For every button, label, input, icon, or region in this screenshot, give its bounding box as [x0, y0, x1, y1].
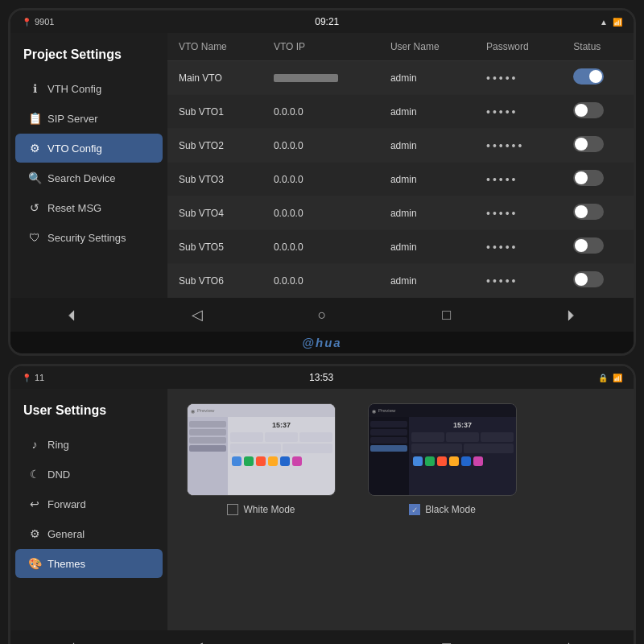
- forward-icon: ↩: [28, 497, 41, 510]
- status-toggle[interactable]: [573, 68, 604, 85]
- cell-status[interactable]: [562, 264, 634, 298]
- white-icon-4: [268, 456, 278, 466]
- nav-forward-1[interactable]: ⏵: [555, 303, 588, 327]
- cell-vto-name: Main VTO: [167, 61, 262, 95]
- black-preview-clock: 15:37: [411, 419, 514, 431]
- black-icon-1: [413, 456, 423, 466]
- sidebar-label-reset: Reset MSG: [47, 202, 101, 214]
- sidebar-item-ring[interactable]: ♪ Ring: [15, 430, 163, 459]
- nav-square-1[interactable]: □: [431, 303, 463, 327]
- col-password: Password: [475, 33, 562, 61]
- sidebar-item-security[interactable]: 🛡 Security Settings: [15, 223, 163, 252]
- signal-icon: 📶: [613, 18, 622, 27]
- nav-home-1[interactable]: ○: [306, 303, 338, 327]
- nav-triangle-2[interactable]: ◁: [181, 635, 213, 644]
- device-1: 📍 9901 09:21 ▲ 📶 Project Settings ℹ VTH …: [8, 8, 636, 356]
- cell-status[interactable]: [562, 196, 634, 230]
- black-cell-2: [446, 432, 479, 442]
- black-icon-6: [473, 456, 483, 466]
- status-toggle[interactable]: [573, 102, 604, 118]
- nav-square-2[interactable]: □: [431, 635, 463, 644]
- sidebar-title-1: Project Settings: [10, 41, 167, 73]
- general-icon: ⚙: [28, 527, 41, 540]
- cell-status[interactable]: [562, 61, 634, 95]
- sidebar-label-ring: Ring: [47, 439, 69, 451]
- sidebar-label-forward: Forward: [47, 498, 86, 510]
- black-preview-body: 15:37: [369, 417, 516, 495]
- cell-username: admin: [379, 61, 475, 95]
- table-row: Sub VTO60.0.0.0admin•••••: [167, 264, 634, 298]
- black-cell-5: [464, 444, 514, 453]
- cell-username: admin: [379, 230, 475, 264]
- logo-text-1: @hua: [302, 336, 341, 349]
- sidebar-item-dnd[interactable]: ☾ DND: [15, 460, 163, 489]
- status-toggle[interactable]: [573, 136, 604, 152]
- status-toggle[interactable]: [573, 204, 604, 220]
- sidebar-item-search-device[interactable]: 🔍 Search Device: [15, 163, 163, 192]
- device-2: 📍 11 13:53 🔒 📶 User Settings ♪ Ring ☾ DN…: [8, 364, 636, 644]
- status-toggle[interactable]: [573, 271, 604, 287]
- black-preview-header: ◉ Preview: [369, 404, 516, 417]
- screen-content-1: Project Settings ℹ VTH Config 📋 SIP Serv…: [10, 33, 634, 298]
- white-theme-label[interactable]: White Mode: [227, 504, 295, 515]
- nav-back-1[interactable]: ⏴: [56, 303, 89, 327]
- black-cell-1: [411, 432, 444, 442]
- status-bar-2: 📍 11 13:53 🔒 📶: [10, 366, 634, 389]
- white-icon-1: [232, 456, 242, 466]
- sidebar-item-vth-config[interactable]: ℹ VTH Config: [15, 74, 163, 103]
- black-mode-checkbox[interactable]: ✓: [409, 504, 420, 515]
- black-icon-5: [461, 456, 471, 466]
- black-theme-label[interactable]: ✓ Black Mode: [409, 504, 476, 515]
- sidebar-item-sip-server[interactable]: 📋 SIP Server: [15, 104, 163, 133]
- ip-blurred: [274, 74, 338, 82]
- sip-server-icon: 📋: [28, 112, 41, 125]
- white-sidebar-row-1: [189, 421, 226, 427]
- white-theme-card[interactable]: ◉ Preview 15:37: [187, 403, 336, 515]
- device-number: 9901: [35, 17, 54, 27]
- black-sidebar-row-4: [370, 445, 407, 452]
- cell-status[interactable]: [562, 230, 634, 264]
- search-device-icon: 🔍: [28, 171, 41, 184]
- sidebar-item-general[interactable]: ⚙ General: [15, 519, 163, 548]
- logo-bar-1: @hua: [10, 332, 634, 353]
- status-time-2: 13:53: [309, 372, 333, 383]
- ring-icon: ♪: [28, 438, 41, 451]
- cell-status[interactable]: [562, 95, 634, 129]
- sidebar-label-vto: VTO Config: [47, 142, 102, 155]
- nav-forward-2[interactable]: ⏵: [555, 635, 588, 644]
- col-status: Status: [562, 33, 634, 61]
- sidebar-item-reset-msg[interactable]: ↺ Reset MSG: [15, 193, 163, 222]
- white-mode-checkbox[interactable]: [227, 504, 238, 515]
- white-preview-row1: [230, 432, 332, 442]
- black-theme-card[interactable]: ◉ Preview 15:37: [368, 403, 517, 515]
- white-preview-body: 15:37: [188, 417, 335, 495]
- black-preview-main: 15:37: [409, 417, 516, 495]
- sidebar-item-themes[interactable]: 🎨 Themes: [15, 549, 163, 578]
- black-cell-4: [411, 444, 462, 453]
- status-toggle[interactable]: [573, 237, 604, 254]
- white-preview-main: 15:37: [228, 417, 335, 495]
- location-icon: 📍: [22, 18, 31, 27]
- cell-vto-ip: [262, 61, 379, 95]
- white-icon-5: [280, 456, 290, 466]
- cell-status[interactable]: [562, 163, 634, 196]
- sidebar-label-security: Security Settings: [47, 232, 126, 244]
- cell-password: •••••: [475, 61, 562, 95]
- nav-back-2[interactable]: ⏴: [56, 635, 89, 644]
- sidebar-item-vto-config[interactable]: ⚙ VTO Config: [15, 134, 163, 163]
- nav-triangle-1[interactable]: ◁: [181, 303, 213, 327]
- cell-status[interactable]: [562, 129, 634, 163]
- sidebar-item-forward[interactable]: ↩ Forward: [15, 489, 163, 518]
- cell-password: •••••: [475, 95, 562, 129]
- screen-content-2: User Settings ♪ Ring ☾ DND ↩ Forward ⚙ G…: [10, 389, 634, 630]
- white-cell-5: [283, 444, 333, 453]
- nav-home-2[interactable]: ○: [306, 635, 338, 644]
- black-sidebar-row-1: [370, 421, 407, 427]
- status-left: 📍 9901: [22, 17, 54, 27]
- white-icon-3: [256, 456, 266, 466]
- white-theme-preview: ◉ Preview 15:37: [187, 403, 336, 496]
- sidebar-label-vth: VTH Config: [47, 83, 101, 95]
- white-cell-1: [230, 432, 263, 442]
- status-toggle[interactable]: [573, 170, 604, 186]
- col-username: User Name: [379, 33, 475, 61]
